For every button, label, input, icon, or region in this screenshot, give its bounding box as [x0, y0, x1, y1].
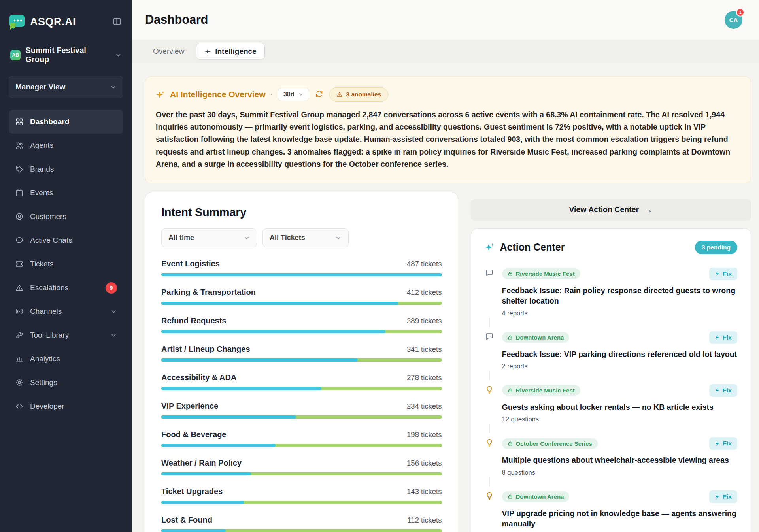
- sidebar-item-events[interactable]: Events: [9, 181, 123, 205]
- bolt-icon: [715, 335, 720, 340]
- intent-row: Weather / Rain Policy156 tickets: [161, 458, 442, 475]
- ai-overview-card: AI Intelligence Overview · 30d 3 anomali…: [145, 77, 751, 183]
- ai-overview-header: AI Intelligence Overview · 30d 3 anomali…: [156, 87, 734, 102]
- sidebar-item-label: Brands: [30, 165, 54, 174]
- bolt-icon: [715, 441, 720, 446]
- fix-button[interactable]: Fix: [709, 437, 737, 450]
- action-item-meta: 4 reports: [502, 309, 738, 317]
- intent-summary-card: Intent Summary All time All Tickets Even…: [145, 192, 458, 532]
- fix-button[interactable]: Fix: [709, 490, 737, 503]
- tab-bar: Overview Intelligence: [132, 40, 759, 63]
- intent-progress-bar: [161, 444, 442, 447]
- sidebar-header: ASQR.AI: [9, 13, 123, 30]
- sidebar-item-channels[interactable]: Channels: [9, 300, 123, 323]
- sidebar-nav: Dashboard Agents Brands Events Customers…: [9, 110, 123, 418]
- sidebar-item-customers[interactable]: Customers: [9, 205, 123, 228]
- dashboard-columns: Intent Summary All time All Tickets Even…: [145, 192, 751, 532]
- intent-label: Event Logistics: [161, 259, 220, 268]
- action-item-title: Multiple questions about wheelchair-acce…: [502, 455, 738, 465]
- user-avatar[interactable]: CA 1: [725, 11, 742, 29]
- feedback-chat-icon: [485, 268, 494, 278]
- page-title: Dashboard: [145, 13, 208, 27]
- intent-filters: All time All Tickets: [161, 228, 442, 247]
- tab-intelligence[interactable]: Intelligence: [196, 43, 265, 60]
- tab-label: Intelligence: [215, 47, 257, 56]
- sidebar-item-label: Customers: [30, 212, 66, 221]
- action-item-title: Feedback Issue: Rain policy response dir…: [502, 285, 738, 306]
- intent-progress-bar: [161, 472, 442, 475]
- time-filter-select[interactable]: All time: [161, 228, 257, 247]
- sidebar-item-active-chats[interactable]: Active Chats: [9, 228, 123, 252]
- gear-icon: [15, 378, 24, 387]
- action-item-title: Feedback Issue: VIP parking directions r…: [502, 349, 738, 359]
- intent-row: VIP Experience234 tickets: [161, 402, 442, 419]
- sidebar-item-settings[interactable]: Settings: [9, 371, 123, 394]
- org-name: Summit Festival Group: [25, 46, 110, 64]
- event-badge[interactable]: Downtown Arena: [502, 332, 570, 343]
- time-range-select[interactable]: 30d: [278, 88, 309, 101]
- action-item-meta: 8 questions: [502, 469, 738, 476]
- bolt-icon: [715, 494, 720, 499]
- bar-chart-icon: [15, 355, 24, 363]
- sidebar-item-label: Analytics: [30, 355, 60, 363]
- app-root: ASQR.AI AB Summit Festival Group Manager…: [0, 0, 759, 532]
- event-badge[interactable]: October Conference Series: [502, 438, 598, 449]
- chevron-down-icon: [110, 308, 117, 315]
- refresh-button[interactable]: [314, 89, 324, 100]
- lightbulb-icon: [485, 491, 494, 501]
- sidebar-item-label: Settings: [30, 378, 57, 387]
- sidebar-item-label: Dashboard: [30, 117, 69, 126]
- code-icon: [15, 402, 24, 411]
- time-filter-value: All time: [168, 234, 194, 242]
- org-avatar: AB: [10, 50, 21, 60]
- fix-button[interactable]: Fix: [709, 268, 737, 280]
- intent-row: Accessibility & ADA278 tickets: [161, 373, 442, 390]
- view-action-center-button[interactable]: View Action Center →: [471, 199, 751, 221]
- sidebar-item-agents[interactable]: Agents: [9, 134, 123, 157]
- fix-button-label: Fix: [723, 270, 732, 277]
- top-bar: Dashboard CA 1: [132, 0, 759, 40]
- intent-ticket-count: 341 tickets: [407, 345, 442, 354]
- arrow-right-icon: →: [644, 205, 653, 215]
- event-badge[interactable]: Riverside Music Fest: [502, 385, 580, 396]
- action-item: Riverside Music Fest Fix Feedback Issue:…: [485, 263, 738, 326]
- fix-button[interactable]: Fix: [709, 384, 737, 397]
- anomalies-badge[interactable]: 3 anomalies: [329, 87, 389, 102]
- bolt-icon: [715, 271, 720, 276]
- intent-progress-bar: [161, 387, 442, 390]
- sidebar-item-dashboard[interactable]: Dashboard: [9, 110, 123, 134]
- ticket-filter-value: All Tickets: [270, 234, 305, 242]
- ticket-filter-select[interactable]: All Tickets: [262, 228, 349, 247]
- intent-summary-title: Intent Summary: [161, 206, 442, 219]
- fix-button-label: Fix: [723, 387, 732, 394]
- sidebar-item-label: Events: [30, 189, 53, 197]
- tag-icon: [15, 165, 24, 174]
- event-badge-label: Downtown Arena: [516, 334, 564, 341]
- view-selector[interactable]: Manager View: [9, 76, 123, 98]
- ticket-icon: [15, 260, 24, 268]
- fix-button[interactable]: Fix: [709, 331, 737, 344]
- action-item: Downtown Arena Fix Feedback Issue: VIP p…: [485, 326, 738, 379]
- sidebar-item-tickets[interactable]: Tickets: [9, 252, 123, 276]
- sidebar-item-tool-library[interactable]: Tool Library: [9, 323, 123, 347]
- sidebar-item-analytics[interactable]: Analytics: [9, 347, 123, 371]
- event-badge-label: Riverside Music Fest: [516, 270, 575, 277]
- sidebar-item-brands[interactable]: Brands: [9, 157, 123, 181]
- event-badge[interactable]: Riverside Music Fest: [502, 268, 580, 279]
- intent-row: Parking & Transportation412 tickets: [161, 288, 442, 305]
- app-logo[interactable]: ASQR.AI: [9, 13, 76, 30]
- lightbulb-icon: [485, 438, 494, 447]
- view-selector-value: Manager View: [15, 83, 65, 91]
- chevron-down-icon: [298, 92, 304, 97]
- users-icon: [15, 141, 24, 150]
- sparkle-icon: [156, 90, 165, 99]
- event-badge[interactable]: Downtown Arena: [502, 491, 570, 502]
- content-area: AI Intelligence Overview · 30d 3 anomali…: [132, 63, 759, 532]
- sidebar-collapse-button[interactable]: [111, 15, 123, 29]
- sidebar-item-developer[interactable]: Developer: [9, 394, 123, 418]
- notification-badge: 1: [736, 8, 744, 17]
- org-switcher[interactable]: AB Summit Festival Group: [10, 46, 122, 64]
- sidebar-item-escalations[interactable]: Escalations 9: [9, 276, 123, 300]
- tab-overview[interactable]: Overview: [145, 47, 192, 56]
- action-item: Riverside Music Fest Fix Guests asking a…: [485, 379, 738, 432]
